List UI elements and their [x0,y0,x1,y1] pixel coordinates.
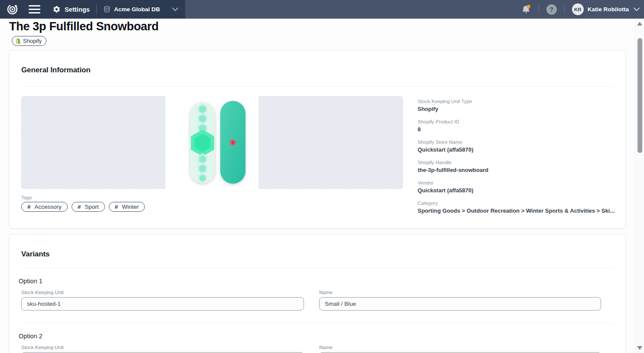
tags-label: Tags [21,195,32,200]
tags-row: # Accessory # Sport # Winter [21,202,145,212]
field-value: 8 [418,126,617,133]
field-label: Shopify Product ID [418,119,617,124]
field-label: Shopify Handle [418,160,617,165]
hamburger-menu-icon[interactable] [29,5,40,13]
tag-label: Accessory [35,204,62,210]
database-chevron-down-icon[interactable] [172,7,178,11]
meta-field-handle: Shopify Handle the-3p-fulfilled-snowboar… [418,160,617,173]
sku-field-label: Stock Keeping Unit [21,345,304,350]
app-window: Settings Acme Global DB [0,0,644,353]
carousel-next-placeholder[interactable] [258,96,403,189]
scrollbar-down-arrow[interactable] [637,346,642,350]
shopify-bag-icon [15,38,21,44]
tag-label: Sport [85,204,98,210]
field-value: Shopify [418,106,617,112]
notification-dot [526,5,530,8]
option-2-name-field: Name [319,345,601,353]
field-label: Vendor [418,180,617,185]
scrollbar-thumb[interactable] [637,38,642,153]
general-information-title: General Information [21,66,91,74]
general-information-card: General Information [9,50,626,229]
field-value: Quickstart (affa5870) [418,146,617,153]
field-label: Category [418,201,617,206]
product-image [165,96,258,189]
settings-menu-item[interactable]: Settings [52,5,90,13]
field-label: Shopify Store Name [418,139,617,145]
option-2-sku-field: Stock Keeping Unit [21,345,304,353]
tag-sport: # Sport [72,202,105,212]
shopify-badge-label: Shopify [23,38,42,44]
top-nav-divider [96,5,97,14]
meta-field-category: Category Sporting Goods > Outdoor Recrea… [418,201,617,214]
help-icon[interactable]: ? [546,4,557,15]
notifications-bell-icon[interactable] [521,4,531,15]
product-metadata-column: Stock Keeping Unit Type Shopify Shopify … [418,99,617,214]
vertical-scrollbar[interactable] [635,19,644,353]
user-menu-chevron-down-icon[interactable] [634,7,640,11]
user-name: Katie Robilotta [588,6,629,13]
user-avatar[interactable]: KR [572,3,584,15]
name-field-label: Name [319,290,601,295]
option-1-sku-input[interactable] [21,297,304,311]
database-name: Acme Global DB [114,6,160,13]
name-field-label: Name [319,345,601,350]
field-value: Sporting Goods > Outdoor Recreation > Wi… [418,207,617,214]
top-nav-right: ? KR Katie Robilotta [521,0,640,19]
scrollbar-up-arrow[interactable] [637,22,642,26]
product-image-carousel [21,96,403,189]
sku-field-label: Stock Keeping Unit [21,290,304,295]
gear-icon [52,5,61,13]
carousel-prev-placeholder[interactable] [21,96,165,189]
top-nav-left: Settings Acme Global DB [0,0,185,19]
section-divider [21,86,614,87]
app-logo-icon[interactable] [7,3,18,15]
option-1-name-input[interactable] [319,297,601,311]
option-2-label: Option 2 [19,333,42,340]
field-value: the-3p-fulfilled-snowboard [418,167,617,173]
variants-title: Variants [21,250,49,259]
tag-label: Winter [122,204,139,210]
field-label: Stock Keeping Unit Type [418,99,617,104]
meta-field-sku-type: Stock Keeping Unit Type Shopify [418,99,617,112]
hash-icon: # [115,204,118,210]
database-selector[interactable]: Acme Global DB [103,6,160,13]
hash-icon: # [78,204,81,210]
field-value: Quickstart (affa5870) [418,187,617,194]
meta-field-store-name: Shopify Store Name Quickstart (affa5870) [418,139,617,153]
section-divider [21,268,614,269]
database-icon [103,6,111,13]
meta-field-vendor: Vendor Quickstart (affa5870) [418,180,617,194]
shopify-source-badge: Shopify [12,36,46,46]
option-1-name-field: Name [319,290,601,311]
tag-accessory: # Accessory [21,202,68,212]
settings-label: Settings [65,6,90,13]
top-nav-divider [539,5,539,14]
meta-field-product-id: Shopify Product ID 8 [418,119,617,133]
top-nav-divider [564,5,565,14]
top-navigation-bar: Settings Acme Global DB [0,0,644,19]
hash-icon: # [27,204,31,210]
option-1-sku-field: Stock Keeping Unit [21,290,304,311]
option-1-label: Option 1 [19,278,42,285]
variants-card: Variants Option 1 Stock Keeping Unit Nam… [9,234,626,353]
page-title: The 3p Fulfilled Snowboard [9,20,159,33]
tag-winter: # Winter [109,202,145,212]
option-divider [21,323,614,324]
